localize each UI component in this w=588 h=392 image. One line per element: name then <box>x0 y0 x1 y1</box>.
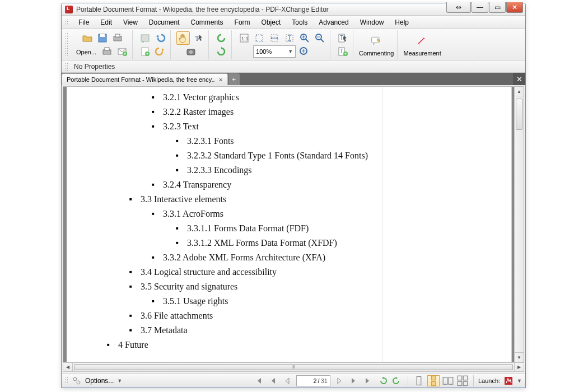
open-label: Open... <box>76 49 96 55</box>
first-page-button[interactable] <box>253 375 265 387</box>
zoom-in-button[interactable] <box>298 31 311 45</box>
hand-tool-button[interactable] <box>176 31 190 45</box>
menu-tools[interactable]: Tools <box>286 16 313 29</box>
next-page-button[interactable] <box>347 375 360 387</box>
next-view-button[interactable] <box>333 375 345 387</box>
rotate-cw-button[interactable] <box>214 45 228 58</box>
scroll-right-icon[interactable]: ▶ <box>514 363 524 371</box>
undo-button[interactable] <box>153 31 167 45</box>
document-tab[interactable]: Portable Document Format - Wikipedia, th… <box>62 73 228 85</box>
email-button[interactable] <box>115 45 129 58</box>
menu-advanced[interactable]: Advanced <box>313 16 354 29</box>
prev-page-button[interactable] <box>267 375 279 387</box>
scroll-down-icon[interactable]: ▼ <box>515 352 524 362</box>
svg-rect-3 <box>115 34 120 37</box>
zoom-combo[interactable]: 100%▼ <box>253 45 296 58</box>
snapshot-button[interactable] <box>184 45 198 58</box>
menu-form[interactable]: Form <box>229 16 256 29</box>
chevron-down-icon[interactable]: ▼ <box>117 378 122 384</box>
titlebar[interactable]: Portable Document Format - Wikipedia, th… <box>62 3 525 16</box>
continuous-button[interactable] <box>427 375 440 386</box>
back-button[interactable] <box>376 375 389 387</box>
close-panel-button[interactable]: ✕ <box>513 73 525 85</box>
prev-view-button[interactable] <box>282 375 294 387</box>
options-label[interactable]: Options... <box>85 377 114 385</box>
window-title: Portable Document Format - Wikipedia, th… <box>76 6 329 13</box>
group-text-tool: T T <box>333 30 353 59</box>
maximize-button[interactable]: ▭ <box>489 2 506 13</box>
chevron-down-icon[interactable]: ▼ <box>517 378 522 384</box>
toc-item: 3.6 File attachments <box>128 309 377 323</box>
page: 3.2.1 Vector graphics3.2.2 Raster images… <box>67 87 512 362</box>
grip-icon[interactable] <box>65 377 68 384</box>
add-tab-button[interactable]: + <box>228 73 240 85</box>
two-pages-button[interactable] <box>442 375 454 386</box>
svg-rect-36 <box>463 376 468 380</box>
svg-point-28 <box>73 377 77 381</box>
fit-width-button[interactable] <box>268 31 281 45</box>
menu-file[interactable]: File <box>73 16 95 29</box>
last-page-button[interactable] <box>362 375 374 387</box>
svg-rect-32 <box>431 381 436 386</box>
toolbar: Open... T <box>62 29 525 60</box>
window-help-button[interactable]: ⇔ <box>446 2 471 13</box>
toc-item: 3.2.2 Raster images <box>151 105 377 119</box>
page-number-box[interactable]: 2 / 31 <box>296 375 330 386</box>
quick-print-button[interactable] <box>100 45 114 58</box>
fit-visible-button[interactable] <box>283 31 296 45</box>
menu-help[interactable]: Help <box>389 16 414 29</box>
redo-button[interactable] <box>153 45 167 58</box>
zoom-out-button[interactable] <box>313 31 326 45</box>
scroll-left-icon[interactable]: ◀ <box>63 363 73 371</box>
svg-text:1:1: 1:1 <box>241 36 249 41</box>
page-canvas[interactable]: 3.2.1 Vector graphics3.2.2 Raster images… <box>63 87 514 362</box>
add-text-button[interactable]: T <box>336 45 349 58</box>
grip-icon[interactable] <box>65 32 68 56</box>
loupe-button[interactable] <box>297 45 311 58</box>
chevron-down-icon: ▼ <box>288 49 293 54</box>
svg-rect-38 <box>463 381 468 386</box>
minimize-button[interactable]: — <box>472 2 488 13</box>
ocr-button[interactable] <box>138 45 152 58</box>
rotate-ccw-button[interactable] <box>214 31 228 45</box>
menu-edit[interactable]: Edit <box>95 16 118 29</box>
measurement-button[interactable] <box>410 33 434 49</box>
forward-button[interactable] <box>391 375 403 387</box>
svg-text:T: T <box>340 48 343 54</box>
scroll-up-icon[interactable]: ▲ <box>515 87 524 96</box>
measurement-label: Measurement <box>403 50 441 57</box>
launch-adobe-button[interactable] <box>502 375 515 387</box>
commenting-label: Commenting <box>359 50 394 57</box>
select-text-button[interactable]: T <box>192 31 205 45</box>
svg-rect-33 <box>443 377 447 384</box>
actual-size-button[interactable]: 1:1 <box>237 31 251 45</box>
menu-comments[interactable]: Comments <box>185 16 229 29</box>
statusbar: Options... ▼ 2 / 31 Launch: ▼ <box>62 373 525 388</box>
close-button[interactable]: ✕ <box>506 2 523 13</box>
toc-list: 3.2.1 Vector graphics3.2.2 Raster images… <box>94 90 377 352</box>
save-button[interactable] <box>96 31 109 45</box>
grip-icon[interactable] <box>65 19 68 26</box>
single-page-button[interactable] <box>413 375 425 386</box>
menu-document[interactable]: Document <box>143 16 185 29</box>
print-button[interactable] <box>111 31 124 45</box>
menu-window[interactable]: Window <box>354 16 390 29</box>
toc-item: 3.3.1.2 XML Forms Data Format (XFDF) <box>175 236 377 250</box>
scan-button[interactable] <box>138 31 152 45</box>
close-icon[interactable]: ✕ <box>218 77 223 83</box>
edit-text-button[interactable]: T <box>336 31 349 45</box>
vertical-scrollbar[interactable]: ▲ ▼ <box>514 87 524 362</box>
menu-view[interactable]: View <box>118 16 143 29</box>
toc-item: 3.2.3.1 Fonts <box>175 134 377 148</box>
scrollbar-thumb[interactable] <box>516 99 522 130</box>
menu-object[interactable]: Object <box>256 16 287 29</box>
open-button[interactable] <box>81 31 94 45</box>
commenting-button[interactable] <box>365 33 388 49</box>
grip-icon[interactable] <box>65 63 68 71</box>
page-total: 31 <box>321 377 328 384</box>
options-icon[interactable] <box>71 375 83 387</box>
horizontal-scrollbar[interactable]: ◀ III ▶ <box>63 362 524 372</box>
two-pages-continuous-button[interactable] <box>456 375 469 386</box>
toc-item: 3.3.1.1 Forms Data Format (FDF) <box>175 221 377 236</box>
fit-page-button[interactable] <box>253 31 266 45</box>
